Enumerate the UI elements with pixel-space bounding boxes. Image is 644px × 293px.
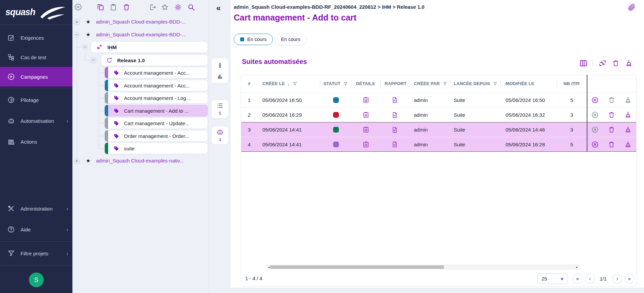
tree-suite-item-selected[interactable]: Cart management - Add to ...: [104, 105, 208, 116]
tree-project-label[interactable]: admin_Squash Cloud-examples-BDD-...: [96, 32, 186, 37]
report-icon[interactable]: [391, 112, 398, 118]
table-row[interactable]: 2 05/06/2024 16:29 admin Suite 05/06/202…: [241, 107, 636, 122]
col-header-created[interactable]: CRÉÉE LE ↓: [257, 75, 320, 92]
tree-suite-item[interactable]: Cart management - Update...: [104, 117, 208, 129]
attachments-paperclip-icon[interactable]: [627, 3, 636, 11]
sidebar-item-pilotage[interactable]: Pilotage: [0, 89, 72, 110]
collapse-tree-icon[interactable]: «: [216, 3, 221, 13]
search-icon[interactable]: [187, 3, 195, 11]
tree-suite-item[interactable]: Account management - Log...: [104, 92, 208, 104]
details-icon[interactable]: [362, 141, 369, 148]
paste-icon[interactable]: [109, 3, 117, 11]
table-row[interactable]: 4 05/06/2024 14:41 admin Suite 05/06/202…: [241, 137, 636, 152]
sidebar-item-campagnes[interactable]: Campagnes: [0, 67, 72, 86]
filter-icon[interactable]: [293, 81, 297, 86]
copy-icon[interactable]: [97, 3, 104, 11]
expand-toggle[interactable]: +: [74, 158, 80, 164]
clean-icon[interactable]: [624, 126, 632, 134]
cancel-execution-icon[interactable]: [591, 141, 599, 148]
cancel-execution-icon[interactable]: [591, 126, 599, 134]
sidebar-item-automatisation[interactable]: Automatisation ›: [0, 110, 72, 131]
export-icon[interactable]: [149, 3, 157, 11]
sort-desc-icon[interactable]: ↓: [288, 81, 290, 86]
delete-suites-icon[interactable]: [612, 60, 619, 67]
col-header-num[interactable]: #: [241, 75, 257, 92]
report-icon[interactable]: [391, 141, 398, 148]
cancel-execution-icon[interactable]: [591, 96, 599, 104]
sidebar-item-filtre-projets[interactable]: Filtre projets ›: [0, 243, 72, 264]
page-size-select[interactable]: 25 ∨: [538, 273, 568, 284]
delete-icon[interactable]: [608, 111, 615, 118]
report-icon[interactable]: [391, 97, 398, 103]
favorite-star-icon[interactable]: ★: [86, 19, 90, 25]
collapse-toggle[interactable]: −: [74, 32, 80, 38]
tree-project-label[interactable]: admin_Squash Cloud-examples-nativ...: [96, 158, 184, 163]
sidebar-item-cas-de-test[interactable]: Cas de test: [0, 47, 72, 67]
scroll-right-icon[interactable]: ▸: [575, 265, 579, 269]
details-icon[interactable]: [362, 126, 369, 133]
col-header-status[interactable]: STATUT: [320, 75, 352, 92]
col-header-launched-from[interactable]: LANCÉE DEPUIS: [450, 75, 501, 92]
sidebar-item-exigences[interactable]: Exigences: [0, 28, 72, 47]
table-row[interactable]: 3 05/06/2024 14:41 admin Suite 05/06/202…: [241, 122, 636, 137]
tree-campaign-item[interactable]: IHM: [91, 41, 208, 53]
delete-icon[interactable]: [608, 126, 615, 133]
avatar[interactable]: S: [29, 272, 44, 287]
filter-icon[interactable]: [343, 81, 348, 86]
create-button[interactable]: [74, 3, 82, 11]
delete-icon[interactable]: [123, 3, 130, 11]
tree-suite-item[interactable]: Account management - Acc...: [104, 67, 208, 78]
status-badge[interactable]: [333, 142, 339, 147]
prev-page-button[interactable]: ‹: [585, 274, 595, 284]
col-header-modified[interactable]: MODIFIÉE LE: [501, 75, 557, 92]
breadcrumb[interactable]: admin_Squash Cloud-examples-BDD-RF_20240…: [234, 4, 424, 10]
status-badge[interactable]: [333, 112, 339, 118]
tab-execution-plan[interactable]: 5: [211, 100, 229, 118]
tree-suite-item[interactable]: Order management - Order...: [104, 130, 208, 142]
tree-suite-item[interactable]: Account management - Acc...: [104, 80, 208, 91]
sidebar-item-actions[interactable]: Actions: [0, 131, 72, 152]
sidebar-item-administration[interactable]: Administration ›: [0, 198, 72, 219]
next-page-button[interactable]: ›: [612, 274, 622, 284]
first-page-button[interactable]: «: [573, 274, 582, 284]
delete-icon[interactable]: [608, 97, 615, 104]
clean-icon[interactable]: [624, 96, 632, 104]
cancel-execution-icon[interactable]: [591, 111, 599, 119]
delete-icon[interactable]: [608, 141, 615, 148]
col-header-report[interactable]: RAPPORT: [380, 75, 409, 92]
col-header-details[interactable]: DÉTAILS: [352, 75, 380, 92]
expand-toggle[interactable]: +: [74, 19, 80, 25]
favorite-star-icon[interactable]: ★: [86, 32, 90, 38]
status-badge[interactable]: [333, 97, 339, 103]
gear-icon[interactable]: [174, 3, 182, 11]
tab-information[interactable]: i: [211, 58, 229, 83]
sidebar-item-aide[interactable]: Aide ›: [0, 219, 72, 240]
tree-iteration-item[interactable]: Release 1.0: [101, 54, 208, 66]
table-row[interactable]: 1 05/06/2024 16:50 admin Suite 05/06/202…: [241, 93, 636, 107]
last-page-button[interactable]: »: [624, 274, 634, 284]
squash-logo[interactable]: squash: [0, 0, 72, 25]
clean-icon[interactable]: [624, 141, 632, 148]
clean-icon[interactable]: [624, 111, 632, 119]
tree-project-label[interactable]: admin_Squash Cloud-examples-BDD-...: [96, 19, 186, 25]
tree-suite-item[interactable]: suite: [104, 143, 208, 154]
status-badge[interactable]: [333, 127, 339, 133]
report-icon[interactable]: [391, 126, 398, 133]
horizontal-scrollbar[interactable]: ◂ ▸: [266, 265, 579, 269]
favorites-star-icon[interactable]: [161, 3, 169, 11]
tab-automated-suites[interactable]: 4: [211, 126, 229, 145]
status-chip-en-cours-2[interactable]: En cours: [275, 34, 307, 45]
col-header-nb-itpi[interactable]: NB ITPI: [557, 75, 587, 92]
favorite-star-icon[interactable]: ★: [86, 158, 90, 164]
scrollbar-thumb[interactable]: [270, 265, 444, 269]
filter-icon[interactable]: [443, 81, 447, 86]
details-icon[interactable]: [362, 111, 369, 118]
transmit-itpi-icon[interactable]: [599, 59, 607, 67]
filter-icon[interactable]: [493, 81, 497, 86]
collapse-toggle[interactable]: −: [82, 44, 88, 50]
collapse-toggle[interactable]: −: [90, 57, 96, 63]
clean-suites-icon[interactable]: [625, 59, 633, 67]
col-header-created-by[interactable]: CRÉÉE PAR: [409, 75, 450, 92]
columns-config-icon[interactable]: [579, 59, 587, 67]
status-chip-en-cours[interactable]: En cours: [234, 34, 273, 45]
